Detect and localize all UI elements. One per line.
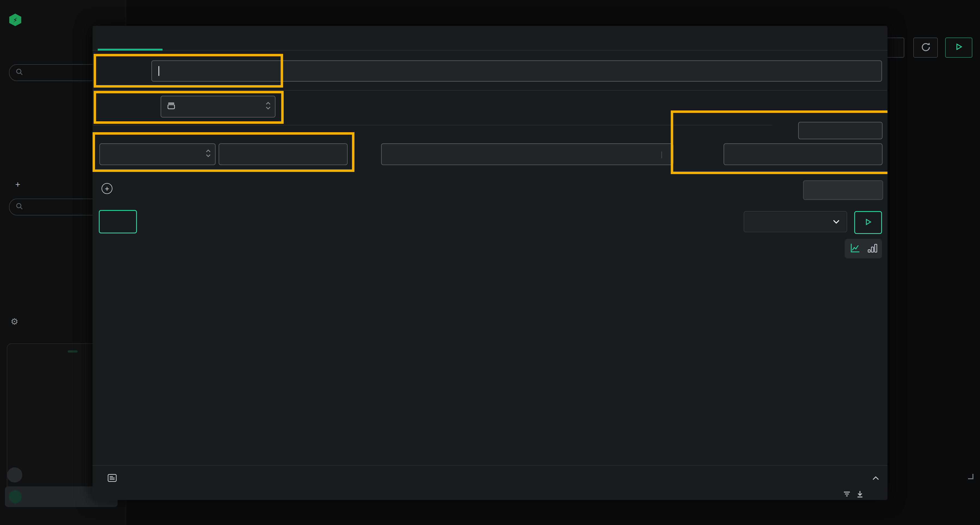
- help-button[interactable]: [7, 467, 22, 482]
- play-icon: [864, 217, 872, 227]
- avatar: [9, 490, 22, 503]
- save-button[interactable]: [99, 210, 137, 233]
- list-icon: [108, 473, 117, 484]
- tabs-divider: [92, 50, 888, 51]
- divider: [92, 90, 888, 90]
- formula-input[interactable]: [219, 143, 348, 165]
- background-mini-chart-legend: [174, 521, 555, 525]
- search-icon: [16, 202, 23, 212]
- run-query-button[interactable]: [854, 211, 882, 234]
- mode-separator: |: [660, 151, 664, 158]
- active-tab-underline: [98, 49, 162, 51]
- events-table-header: [92, 492, 888, 500]
- chart-editor-modal: | +: [92, 26, 888, 500]
- chevron-updown-icon: [265, 101, 271, 113]
- set-number-format-button[interactable]: [803, 180, 883, 200]
- aggregation-select[interactable]: [99, 143, 216, 165]
- line-chart-toggle-icon[interactable]: [850, 243, 861, 255]
- resize-handle-icon[interactable]: [967, 473, 974, 481]
- plus-circle-icon: +: [102, 183, 113, 194]
- granularity-select[interactable]: [744, 211, 847, 232]
- chart-name-input[interactable]: [151, 60, 882, 82]
- text-caret: [158, 66, 159, 76]
- chevron-down-icon: [832, 217, 840, 226]
- hyperdx-logo-icon: ⚡: [9, 14, 21, 26]
- divider: [92, 465, 888, 466]
- gear-icon: ⚙: [10, 317, 19, 326]
- chevron-updown-icon: [205, 149, 211, 160]
- app-root: ⚡ + ⚙: [0, 0, 980, 525]
- add-series-button[interactable]: +: [102, 183, 117, 194]
- chart-type-toggle: [845, 239, 882, 259]
- background-dashboard-chart: [888, 27, 980, 490]
- collapse-section-icon[interactable]: [872, 475, 880, 482]
- group-by-input[interactable]: [724, 143, 883, 165]
- divider: [92, 125, 773, 125]
- data-source-select[interactable]: [161, 96, 275, 117]
- bar-chart-toggle-icon[interactable]: [867, 243, 877, 255]
- get-started-badge: [68, 351, 78, 352]
- filter-icon[interactable]: [843, 490, 851, 499]
- database-icon: [167, 102, 175, 112]
- sample-matched-events-header[interactable]: [108, 473, 123, 484]
- plus-icon: +: [15, 179, 21, 190]
- main-chart: [92, 240, 888, 446]
- search-icon: [16, 68, 23, 78]
- alias-input[interactable]: [798, 122, 883, 139]
- download-icon[interactable]: [856, 490, 864, 499]
- events-search-input[interactable]: |: [381, 143, 673, 165]
